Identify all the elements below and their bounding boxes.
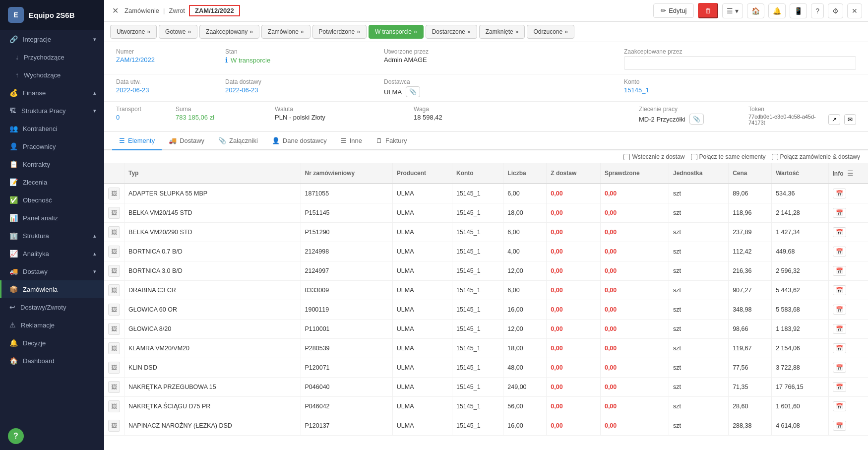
row-info-button[interactable]: 📅 <box>833 363 846 373</box>
col-cena[interactable]: Cena <box>729 163 772 184</box>
row-image-button[interactable]: 🖼 <box>108 400 120 412</box>
wf-zamkniete[interactable]: Zamknięte » <box>479 25 525 39</box>
row-konto: 15145_1 <box>452 378 503 397</box>
sidebar-item-label: Dashboard <box>23 357 55 365</box>
row-image-button[interactable]: 🖼 <box>108 362 120 374</box>
wstecznie-checkbox[interactable] <box>623 154 630 160</box>
column-settings-button[interactable]: ☰ <box>845 167 856 179</box>
sidebar-item-dashboard[interactable]: 🏠 Dashboard <box>0 352 104 370</box>
row-konto: 15145_1 <box>452 339 503 358</box>
sidebar-item-finanse[interactable]: 💰 Finanse ▴ <box>0 84 104 102</box>
col-sprawdzone[interactable]: Sprawdzone <box>600 163 669 184</box>
polacz-elementy-checkbox[interactable] <box>691 154 697 160</box>
sidebar-item-zlecenia[interactable]: 📝 Zlecenia <box>0 173 104 191</box>
wstecznie-option[interactable]: Wstecznie z dostaw <box>623 153 684 160</box>
dostawca-attach-button[interactable]: 📎 <box>406 86 420 97</box>
sidebar-item-analityka[interactable]: 📈 Analityka ▴ <box>0 245 104 262</box>
sidebar-item-kontrakty[interactable]: 📋 Kontrakty <box>0 155 104 173</box>
tab-elementy[interactable]: ☰ Elementy <box>112 132 162 150</box>
wf-gotowe[interactable]: Gotowe » <box>159 25 197 39</box>
wf-dostarczone[interactable]: Dostarczone » <box>426 25 477 39</box>
row-info-button[interactable]: 📅 <box>833 247 846 257</box>
row-info-button[interactable]: 📅 <box>833 401 846 411</box>
sidebar-item-struktura-pracy[interactable]: 🏗 Struktura Pracy ▾ <box>0 102 104 120</box>
notification-button[interactable]: 🔔 <box>768 3 786 18</box>
polacz-zamowienie-checkbox[interactable] <box>772 154 778 160</box>
wf-zaakceptowany[interactable]: Zaakceptowany » <box>199 25 259 39</box>
row-info-button[interactable]: 📅 <box>833 285 846 295</box>
sidebar-item-struktura[interactable]: 🏢 Struktura ▴ <box>0 227 104 245</box>
tab-zalaczniki[interactable]: 📎 Załączniki <box>211 132 265 150</box>
token-open-button[interactable]: ↗ <box>828 114 840 125</box>
tab-dane-dostawcy[interactable]: 👤 Dane dostawcy <box>265 132 334 150</box>
col-wartosc[interactable]: Wartość <box>772 163 828 184</box>
tab-dostawy[interactable]: 🚚 Dostawy <box>162 132 211 150</box>
wf-utworzone[interactable]: Utworzone » <box>110 25 157 39</box>
tab-inne[interactable]: ☰ Inne <box>334 132 369 150</box>
row-image-button[interactable]: 🖼 <box>108 226 120 238</box>
row-info-button[interactable]: 📅 <box>833 305 846 315</box>
row-info-button[interactable]: 📅 <box>833 343 846 353</box>
col-typ[interactable]: Typ <box>124 163 301 184</box>
row-info-button[interactable]: 📅 <box>833 421 846 431</box>
row-info-button[interactable]: 📅 <box>833 227 846 237</box>
edit-button[interactable]: ✏ Edytuj <box>653 3 694 18</box>
col-nr-zam[interactable]: Nr zamówieniowy <box>301 163 392 184</box>
sidebar-item-obecnosc[interactable]: ✅ Obecność <box>0 191 104 209</box>
row-image-button[interactable]: 🖼 <box>108 420 120 432</box>
row-info-button[interactable]: 📅 <box>833 324 846 334</box>
sidebar-item-panel-analiz[interactable]: 📊 Panel analiz <box>0 209 104 227</box>
col-liczba[interactable]: Liczba <box>503 163 547 184</box>
row-info-button[interactable]: 📅 <box>833 266 846 276</box>
sidebar-item-decyzje[interactable]: 🔔 Decyzje <box>0 334 104 352</box>
col-konto[interactable]: Konto <box>452 163 503 184</box>
row-image-button[interactable]: 🖼 <box>108 265 120 277</box>
sidebar-item-pracownicy[interactable]: 👤 Pracownicy <box>0 137 104 155</box>
home-nav-button[interactable]: 🏠 <box>747 3 764 18</box>
mobile-button[interactable]: 📱 <box>790 3 807 18</box>
sidebar-item-reklamacje[interactable]: ⚠ Reklamacje <box>0 316 104 334</box>
sidebar-item-przychodzace[interactable]: ↓ Przychodzące <box>0 48 104 66</box>
row-image-button[interactable]: 🖼 <box>108 342 120 354</box>
polacz-zamowienie-option[interactable]: Połącz zamówienie & dostawy <box>772 153 860 160</box>
row-image-button[interactable]: 🖼 <box>108 284 120 296</box>
row-typ: NAKRĘTKA PRZEGUBOWA 15 <box>124 378 301 397</box>
settings-button[interactable]: ⚙ <box>828 3 843 18</box>
row-image-button[interactable]: 🖼 <box>108 381 120 393</box>
row-image-button[interactable]: 🖼 <box>108 188 120 199</box>
sidebar-item-integracje[interactable]: 🔗 Integracje ▾ <box>0 30 104 48</box>
sidebar-item-dostawy[interactable]: 🚚 Dostawy ▾ <box>0 262 104 280</box>
row-info-button[interactable]: 📅 <box>833 208 846 218</box>
sidebar-item-kontrahenci[interactable]: 👥 Kontrahenci <box>0 120 104 137</box>
polacz-elementy-option[interactable]: Połącz te same elementy <box>691 153 766 160</box>
col-producent[interactable]: Producent <box>392 163 452 184</box>
zlecenie-attach-button[interactable]: 📎 <box>689 114 704 125</box>
zaakceptowane-przez-value[interactable] <box>624 56 856 70</box>
close-app-button[interactable]: ✕ <box>847 3 862 18</box>
wf-odrzucone[interactable]: Odrzucone » <box>527 25 574 39</box>
delete-button[interactable]: 🗑 <box>698 3 718 18</box>
row-info-button[interactable]: 📅 <box>833 382 846 392</box>
tab-zwrot[interactable]: Zwrot <box>169 7 185 14</box>
sidebar-item-wychodzace[interactable]: ↑ Wychodzące <box>0 66 104 84</box>
tab-active[interactable]: ZAM/12/2022 <box>189 5 240 16</box>
tab-faktury[interactable]: 🗒 Faktury <box>369 132 414 150</box>
help-nav-button[interactable]: ? <box>811 3 824 18</box>
row-image-button[interactable]: 🖼 <box>108 304 120 316</box>
tab-zamowienie[interactable]: Zamówienie <box>124 7 159 14</box>
row-info-button[interactable]: 📅 <box>833 189 846 198</box>
tab-close-button[interactable]: ✕ <box>110 4 121 17</box>
menu-button[interactable]: ☰ ▾ <box>722 3 743 18</box>
wf-zamowione[interactable]: Zamówione » <box>261 25 310 39</box>
col-jednostka[interactable]: Jednostka <box>669 163 728 184</box>
row-image-button[interactable]: 🖼 <box>108 246 120 257</box>
help-button[interactable]: ? <box>8 428 24 444</box>
wf-potwierdzone[interactable]: Potwierdzone » <box>312 25 367 39</box>
row-image-button[interactable]: 🖼 <box>108 323 120 335</box>
col-z-dostaw[interactable]: Z dostaw <box>547 163 601 184</box>
wf-w-transporcie[interactable]: W transporcie » <box>369 25 424 39</box>
token-email-button[interactable]: ✉ <box>844 114 856 125</box>
sidebar-item-dostawy-zwroty[interactable]: ↩ Dostawy/Zwroty <box>0 298 104 316</box>
sidebar-item-zamowienia[interactable]: 📦 Zamówienia <box>0 280 104 298</box>
row-image-button[interactable]: 🖼 <box>108 207 120 219</box>
